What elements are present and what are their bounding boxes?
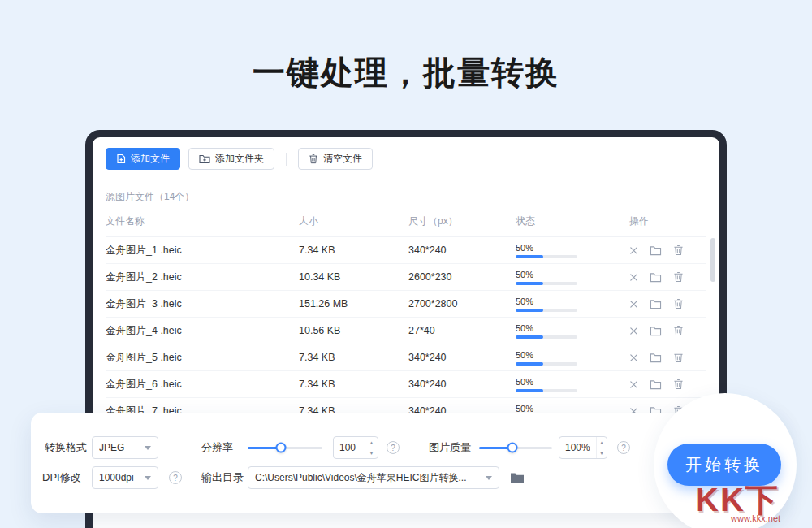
- slider-thumb[interactable]: [507, 443, 517, 453]
- progress-bar: [516, 255, 577, 258]
- row-actions: [629, 271, 706, 283]
- open-location-button[interactable]: [650, 353, 662, 363]
- progress-bar: [516, 309, 577, 312]
- remove-file-button[interactable]: [629, 300, 638, 309]
- progress-bar: [516, 335, 577, 339]
- add-folder-button[interactable]: 添加文件夹: [188, 148, 274, 170]
- file-name: 金舟图片_3 .heic: [106, 297, 299, 311]
- resolution-slider[interactable]: [248, 436, 322, 459]
- quality-help-icon[interactable]: ?: [617, 441, 630, 454]
- decrement-button[interactable]: ▼: [365, 448, 378, 458]
- quality-slider[interactable]: [479, 436, 552, 459]
- decrement-button[interactable]: ▼: [597, 448, 607, 458]
- folder-icon: [650, 326, 662, 336]
- file-size: 151.26 MB: [299, 298, 408, 309]
- add-file-icon: [116, 154, 126, 164]
- folder-icon: [650, 353, 662, 363]
- progress-percent: 50%: [516, 378, 577, 387]
- table-row: 金舟图片_1 .heic7.34 KB340*24050%: [106, 237, 706, 264]
- resolution-input[interactable]: 100 ▲ ▼: [333, 436, 378, 459]
- trash-icon: [673, 379, 684, 390]
- col-dims: 尺寸（px）: [408, 214, 516, 228]
- output-path-select[interactable]: C:\Users\Public\Videos\金舟苹果HEIC图片转换...: [248, 466, 499, 489]
- open-location-button[interactable]: [650, 326, 662, 336]
- progress-percent: 50%: [516, 270, 577, 279]
- quality-label: 图片质量: [429, 436, 471, 459]
- add-file-button[interactable]: 添加文件: [106, 148, 180, 170]
- remove-file-button[interactable]: [629, 380, 638, 389]
- remove-file-button[interactable]: [629, 327, 638, 335]
- row-actions: [629, 325, 706, 336]
- open-location-button[interactable]: [650, 379, 662, 390]
- format-select[interactable]: JPEG: [92, 436, 158, 459]
- file-section-title: 源图片文件（14个）: [106, 190, 706, 204]
- resolution-label: 分辨率: [201, 436, 233, 459]
- file-size: 7.34 KB: [299, 245, 408, 256]
- file-size: 7.34 KB: [299, 352, 408, 363]
- table-row: 金舟图片_4 .heic10.56 KB27*4050%: [106, 318, 706, 344]
- dpi-select[interactable]: 1000dpi: [92, 466, 158, 489]
- delete-file-button[interactable]: [673, 271, 684, 283]
- trash-icon: [673, 271, 684, 283]
- progress-percent: 50%: [516, 297, 577, 306]
- dpi-value: 1000dpi: [99, 472, 140, 483]
- trash-icon: [673, 352, 684, 363]
- progress-bar: [516, 362, 577, 366]
- progress-percent: 50%: [516, 351, 577, 360]
- delete-file-button[interactable]: [673, 352, 684, 363]
- open-location-button[interactable]: [650, 299, 662, 309]
- table-header: 文件名称 大小 尺寸（px） 状态 操作: [106, 204, 706, 237]
- close-icon: [629, 353, 638, 362]
- remove-file-button[interactable]: [629, 273, 638, 282]
- resolution-help-icon[interactable]: ?: [387, 441, 400, 454]
- browse-folder-button[interactable]: [507, 466, 528, 489]
- remove-file-button[interactable]: [629, 246, 638, 255]
- open-location-button[interactable]: [650, 245, 662, 256]
- progress-bar: [516, 389, 577, 392]
- slider-track[interactable]: [479, 447, 552, 449]
- progress-bar: [516, 282, 577, 285]
- file-size: 10.56 KB: [299, 325, 408, 336]
- increment-button[interactable]: ▲: [365, 437, 378, 448]
- trash-icon: [673, 245, 684, 256]
- table-row: 金舟图片_6 .heic7.34 KB340*24050%: [106, 371, 706, 398]
- open-location-button[interactable]: [650, 272, 662, 283]
- col-ops: 操作: [629, 214, 706, 228]
- clear-files-button[interactable]: 清空文件: [298, 148, 373, 170]
- file-dims: 340*240: [408, 352, 516, 363]
- row-actions: [629, 379, 706, 390]
- increment-button[interactable]: ▲: [597, 437, 607, 448]
- add-folder-icon: [199, 154, 210, 164]
- file-dims: 27*40: [408, 325, 516, 336]
- scrollbar[interactable]: [710, 238, 715, 282]
- remove-file-button[interactable]: [629, 353, 638, 362]
- file-status: 50%: [516, 243, 577, 258]
- delete-file-button[interactable]: [673, 245, 684, 256]
- row-actions: [629, 245, 706, 256]
- delete-file-button[interactable]: [673, 379, 684, 390]
- file-name: 金舟图片_5 .heic: [106, 351, 299, 365]
- clear-files-label: 清空文件: [323, 152, 362, 166]
- table-row: 金舟图片_5 .heic7.34 KB340*24050%: [106, 344, 706, 371]
- close-icon: [629, 273, 638, 282]
- trash-icon: [673, 298, 684, 309]
- delete-file-button[interactable]: [673, 325, 684, 336]
- slider-track[interactable]: [248, 447, 322, 449]
- progress-percent: 50%: [516, 405, 577, 413]
- trash-icon: [673, 325, 684, 336]
- delete-file-button[interactable]: [673, 298, 684, 309]
- resolution-value: 100: [334, 437, 365, 458]
- slider-thumb[interactable]: [276, 443, 287, 453]
- quality-input[interactable]: 100% ▲ ▼: [559, 436, 607, 459]
- settings-panel: 转换格式 JPEG 分辨率 100 ▲ ▼ ? 图片质量 100% ▲ ▼ ? …: [31, 413, 781, 513]
- file-name: 金舟图片_6 .heic: [106, 378, 299, 392]
- table-row: 金舟图片_3 .heic151.26 MB2700*280050%: [106, 291, 706, 318]
- row-actions: [629, 298, 706, 309]
- format-value: JPEG: [99, 442, 140, 453]
- file-status: 50%: [516, 350, 577, 366]
- col-file-name: 文件名称: [106, 214, 299, 228]
- folder-icon: [650, 245, 662, 256]
- chevron-down-icon: [145, 446, 151, 450]
- dpi-help-icon[interactable]: ?: [169, 471, 182, 484]
- output-label: 输出目录: [201, 466, 244, 489]
